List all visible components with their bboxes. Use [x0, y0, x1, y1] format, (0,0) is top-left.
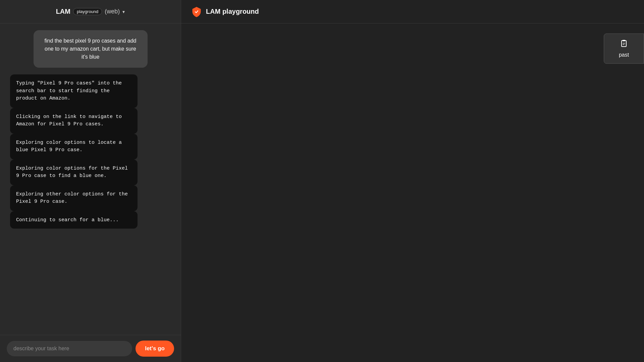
playground-badge: playground	[73, 8, 102, 15]
task-input[interactable]	[7, 341, 132, 356]
step-item: Exploring other color options for the Pi…	[10, 185, 138, 211]
paste-label: past	[619, 52, 629, 58]
step-item: Exploring color options for the Pixel 9 …	[10, 160, 138, 185]
right-header: LAM playground	[181, 0, 644, 23]
right-panel-title: LAM playground	[206, 8, 259, 15]
step-item: Exploring color options to locate a blue…	[10, 134, 138, 160]
step-item: Continuing to search for a blue...	[10, 211, 138, 229]
app-title: LAM	[56, 8, 70, 15]
input-area: let's go	[0, 335, 181, 362]
left-header: LAM playground (web) ▾	[0, 0, 181, 23]
user-message: find the best pixel 9 pro cases and add …	[34, 30, 148, 68]
right-panel: LAM playground	[181, 0, 644, 362]
header-sub: (web)	[105, 8, 120, 15]
paste-popup[interactable]: past	[604, 34, 644, 64]
steps-container: Typing "Pixel 9 Pro cases" into the sear…	[10, 74, 171, 229]
step-item: Clicking on the link to navigate to Amaz…	[10, 108, 138, 134]
right-content	[181, 23, 644, 362]
step-item: Typing "Pixel 9 Pro cases" into the sear…	[10, 74, 138, 108]
lam-logo-icon	[191, 6, 202, 17]
clipboard-icon	[620, 39, 628, 49]
svg-rect-1	[622, 41, 626, 47]
chat-area: find the best pixel 9 pro cases and add …	[0, 23, 181, 335]
left-panel: LAM playground (web) ▾ find the best pix…	[0, 0, 181, 362]
dropdown-arrow-icon[interactable]: ▾	[122, 9, 125, 14]
lets-go-button[interactable]: let's go	[136, 341, 174, 357]
